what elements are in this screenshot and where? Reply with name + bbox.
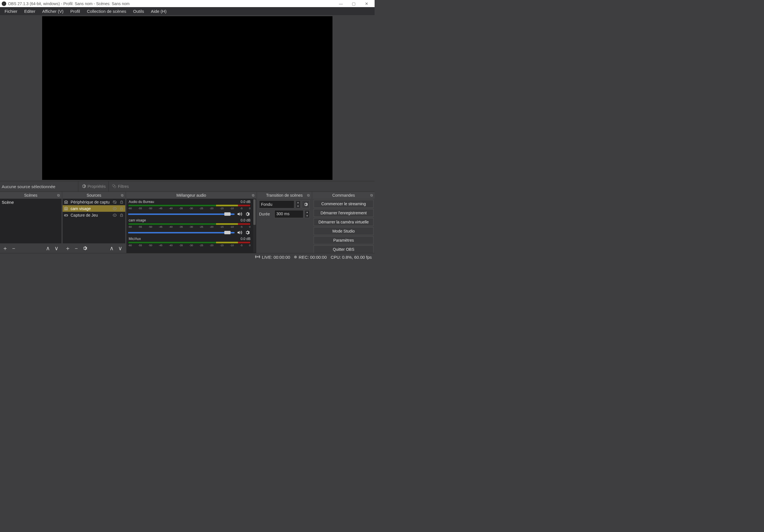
mixer-scrollbar[interactable] <box>253 199 256 253</box>
maximize-button[interactable]: ▢ <box>347 0 360 7</box>
source-down-button[interactable]: ∨ <box>117 245 123 252</box>
mixer-channel: Audio du Bureau0.0 dB-60-55-50-45-40-35-… <box>128 199 255 217</box>
chevron-up-icon: ▲ <box>305 210 309 214</box>
svg-rect-10 <box>64 215 68 216</box>
controls-title: Commandes <box>312 193 375 198</box>
lock-toggle[interactable] <box>119 213 124 217</box>
visibility-toggle[interactable] <box>112 213 117 218</box>
svg-rect-9 <box>120 208 123 210</box>
popup-icon[interactable]: ⧉ <box>121 193 123 197</box>
obs-app-icon <box>2 1 6 6</box>
menu-view[interactable]: Afficher (V) <box>39 8 67 15</box>
lock-toggle[interactable] <box>119 207 124 211</box>
gear-icon <box>81 184 86 190</box>
source-settings-button[interactable] <box>82 245 88 252</box>
mixer-body: Audio du Bureau0.0 dB-60-55-50-45-40-35-… <box>126 199 256 253</box>
status-rec: REC: 00:00:00 <box>294 255 326 260</box>
source-filters-button[interactable]: Filtres <box>108 181 131 192</box>
live-text: LIVE: 00:00:00 <box>262 255 290 260</box>
source-toolbar: Aucune source sélectionnée Propriétés Fi… <box>0 181 375 192</box>
menu-help[interactable]: Aide (H) <box>147 8 170 15</box>
no-source-selected-label: Aucune source sélectionnée <box>2 184 55 189</box>
channel-settings-button[interactable] <box>244 230 251 236</box>
svg-point-11 <box>67 215 67 215</box>
status-cpu: CPU: 0.8%, 60.00 fps <box>331 255 372 260</box>
svg-point-3 <box>114 186 116 188</box>
visibility-toggle[interactable] <box>112 206 117 211</box>
menu-edit[interactable]: Editer <box>21 8 39 15</box>
popup-icon[interactable]: ⧉ <box>252 193 255 197</box>
start-recording-button[interactable]: Démarrer l'enregistrement <box>314 209 373 217</box>
scenes-footer: ＋ － ∧ ∨ <box>0 243 62 253</box>
mute-button[interactable] <box>236 211 243 217</box>
sources-header: Sources ⧉ <box>63 192 125 199</box>
cpu-text: CPU: 0.8%, 60.00 fps <box>331 255 372 260</box>
status-bar: LIVE: 00:00:00 REC: 00:00:00 CPU: 0.8%, … <box>0 253 375 261</box>
record-icon <box>294 256 297 259</box>
close-button[interactable]: ✕ <box>360 0 373 7</box>
channel-settings-button[interactable] <box>244 211 251 217</box>
transition-value: Fondu <box>261 202 273 207</box>
menu-file[interactable]: Fichier <box>1 8 21 15</box>
source-row[interactable]: Capture de Jeu <box>63 212 125 218</box>
studio-mode-button[interactable]: Mode Studio <box>314 227 373 235</box>
volume-meter <box>128 223 251 225</box>
add-scene-button[interactable]: ＋ <box>2 245 9 252</box>
volume-slider[interactable] <box>128 232 235 234</box>
popup-icon[interactable]: ⧉ <box>370 193 373 197</box>
source-row[interactable]: Périphérique de captu <box>63 199 125 205</box>
menu-tools[interactable]: Outils <box>130 8 147 15</box>
popup-icon[interactable]: ⧉ <box>57 193 60 197</box>
transitions-title: Transition de scènes <box>257 193 311 198</box>
menu-profile[interactable]: Profil <box>67 8 84 15</box>
transition-spin[interactable]: ▲▼ <box>295 200 300 208</box>
meter-ticks: -60-55-50-45-40-35-30-25-20-15-10-50 <box>128 244 251 247</box>
mixer-channel: cam visage0.0 dB-60-55-50-45-40-35-30-25… <box>128 218 255 236</box>
source-up-button[interactable]: ∧ <box>108 245 115 252</box>
controls-dock: Commandes ⧉ Commencer le streamingDémarr… <box>312 192 375 253</box>
add-source-button[interactable]: ＋ <box>64 245 71 252</box>
menubar: Fichier Editer Afficher (V) Profil Colle… <box>0 7 375 15</box>
scenes-dock: Scènes ⧉ Scène ＋ － ∧ ∨ <box>0 192 62 253</box>
settings-button[interactable]: Paramètres <box>314 236 373 244</box>
meter-ticks: -60-55-50-45-40-35-30-25-20-15-10-50 <box>128 207 251 210</box>
minimize-button[interactable]: — <box>334 0 347 7</box>
duration-spin[interactable]: ▲▼ <box>304 210 310 218</box>
transition-select[interactable]: Fondu <box>259 200 294 208</box>
source-properties-button[interactable]: Propriétés <box>78 181 108 192</box>
sources-footer: ＋ － ∧ ∨ <box>63 243 125 253</box>
svg-point-15 <box>257 256 258 257</box>
transition-settings-button[interactable] <box>302 200 310 208</box>
lock-toggle[interactable] <box>119 200 124 204</box>
duration-input[interactable]: 300 ms <box>275 210 303 218</box>
mute-button[interactable] <box>236 230 243 236</box>
mixer-channel: Mic/Aux0.0 dB-60-55-50-45-40-35-30-25-20… <box>128 236 255 247</box>
visibility-toggle[interactable] <box>112 200 117 204</box>
popup-icon[interactable]: ⧉ <box>307 193 310 197</box>
scene-item[interactable]: Scène <box>0 199 62 206</box>
start-streaming-button[interactable]: Commencer le streaming <box>314 200 373 208</box>
svg-rect-14 <box>120 215 123 216</box>
scene-up-button[interactable]: ∧ <box>44 245 51 252</box>
svg-rect-6 <box>120 202 123 203</box>
sources-dock: Sources ⧉ Périphérique de captucam visag… <box>63 192 125 253</box>
channel-name: cam visage <box>129 218 146 222</box>
transitions-body: Fondu ▲▼ Durée 300 ms ▲▼ <box>257 199 311 253</box>
mixer-dock: Mélangeur audio ⧉ Audio du Bureau0.0 dB-… <box>126 192 256 253</box>
transitions-dock: Transition de scènes ⧉ Fondu ▲▼ Durée 30… <box>257 192 311 253</box>
exit-button[interactable]: Quitter OBS <box>314 245 373 253</box>
start-virtual-cam-button[interactable]: Démarrer la caméra virtuelle <box>314 218 373 226</box>
scenes-list: Scène <box>0 199 62 243</box>
camera-icon <box>64 200 69 204</box>
sources-list: Périphérique de captucam visageCapture d… <box>63 199 125 243</box>
source-row[interactable]: cam visage <box>63 205 125 212</box>
remove-source-button[interactable]: － <box>73 245 80 252</box>
volume-slider[interactable] <box>128 214 235 215</box>
menu-scene-collection[interactable]: Collection de scènes <box>84 8 129 15</box>
meter-ticks: -60-55-50-45-40-35-30-25-20-15-10-50 <box>128 226 251 228</box>
remove-scene-button[interactable]: － <box>10 245 17 252</box>
preview-canvas[interactable] <box>42 16 332 180</box>
svg-point-4 <box>66 202 67 203</box>
chevron-up-icon: ▲ <box>296 201 300 204</box>
scene-down-button[interactable]: ∨ <box>53 245 60 252</box>
